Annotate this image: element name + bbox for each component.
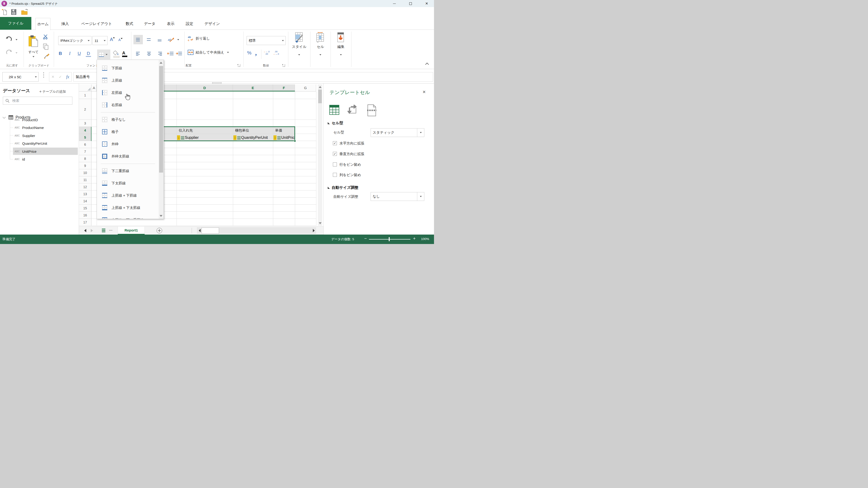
enter-formula-button[interactable]: ✓ [59,75,62,79]
orientation-button[interactable]: ab [166,35,176,44]
add-sheet-button[interactable] [157,228,162,234]
row-header-2[interactable]: 2 [79,99,91,120]
save-icon[interactable] [11,9,17,15]
menu-item-border-top[interactable]: 上罫線 [97,74,164,87]
row-header-11[interactable]: 11 [79,176,91,183]
bold-button[interactable]: B [57,51,64,56]
cells-caret[interactable] [319,54,321,55]
field-item-UnitPrice[interactable]: ABCUnitPrice [14,148,36,155]
cell-type-select[interactable]: スタティック [371,128,424,137]
paste-all-label[interactable]: すべて [26,50,41,54]
zoom-in-button[interactable]: + [413,236,415,241]
menu-item-border-outline[interactable]: 外枠 [97,138,164,150]
hscroll-right-arrow[interactable] [313,229,315,232]
new-file-icon[interactable]: * [2,8,7,16]
copy-icon[interactable] [43,43,49,50]
vertical-scrollbar[interactable] [318,84,322,226]
cell-F5[interactable]: ↓UnitPrice [274,135,295,141]
cell-type-section-header[interactable]: セル型 [328,121,343,126]
comma-style-button[interactable]: , [255,49,257,57]
next-sheet-arrow[interactable] [91,229,93,232]
dropdown-scroll-down-arrow[interactable] [160,215,162,217]
cell-F4[interactable]: 単価 [274,127,295,134]
paste-button[interactable] [28,35,39,49]
row-header-13[interactable]: 13 [79,190,91,197]
cell-D4[interactable]: 仕入れ先 [177,127,233,134]
template-table-icon[interactable] [329,105,340,116]
menu-item-border-all[interactable]: 格子 [97,126,164,138]
tab-挿入[interactable]: 挿入 [59,18,72,30]
autosize-select[interactable]: なし [371,192,424,201]
dropdown-scroll-up-arrow[interactable] [160,62,162,64]
menu-item-border-top-double-bottom[interactable]: 上罫線 + 下二重罫線 [97,214,164,219]
row-header-14[interactable]: 14 [79,197,91,205]
column-header-C[interactable] [164,84,177,91]
column-header-G[interactable]: G [295,84,316,91]
align-right-button[interactable] [155,49,164,58]
row-header-3[interactable]: 3 [79,120,91,127]
cancel-formula-button[interactable]: ✕ [52,75,55,79]
checkbox-unchecked[interactable] [333,173,337,177]
grid-splitter-gripper[interactable] [212,82,222,84]
row-header-17[interactable]: 17 [79,219,91,226]
row-header-15[interactable]: 15 [79,205,91,212]
checkbox-checked[interactable]: ✓ [333,152,337,156]
column-header-E[interactable]: E [233,84,273,91]
tab-ホーム[interactable]: ホーム [35,18,51,30]
column-header-D[interactable]: D [177,84,233,91]
field-item-QuantityPerUnit[interactable]: ABCQuantityPerUnit [14,140,47,147]
row-header-8[interactable]: 8 [79,155,91,162]
number-dialog-launcher[interactable] [282,64,285,67]
undo-button[interactable] [5,36,12,42]
cell-E4[interactable]: 梱包単位 [234,127,273,134]
row-header-10[interactable]: 10 [79,169,91,176]
column-header-F[interactable]: F [273,84,295,91]
hscroll-thumb[interactable] [202,227,219,234]
align-dialog-launcher[interactable] [238,64,240,67]
column-header-A[interactable]: A [91,84,97,91]
datasource-search-input[interactable]: 検索 [3,97,72,105]
select-all-corner[interactable] [79,84,91,91]
collapse-ribbon-chevron[interactable] [425,63,429,66]
dropdown-scroll-thumb[interactable] [159,66,163,173]
paste-dropdown-caret[interactable] [33,56,34,57]
hscroll-left-arrow[interactable] [199,229,200,232]
fill-color-icon[interactable] [113,50,120,58]
field-item-ProductID[interactable]: ABCProductID [14,116,38,123]
font-name-combobox[interactable]: IPAexゴシック [58,36,91,45]
menu-item-border-thick-outline[interactable]: 外枠太罫線 [97,150,164,162]
styles-caret[interactable] [298,54,300,55]
sheet-more-icon[interactable]: ... [109,227,113,231]
vscroll-down-arrow[interactable] [319,222,321,224]
checkbox-unchecked[interactable] [333,162,337,166]
borders-caret[interactable] [105,54,107,55]
decrease-indent-button[interactable] [166,49,176,58]
menu-item-border-thick-bottom[interactable]: 下太罫線 [97,177,164,189]
undo-dropdown-caret[interactable] [16,39,18,40]
decrease-decimal-button[interactable]: .00 →→.0 [273,51,279,55]
menu-item-border-top-bottom[interactable]: 上罫線 + 下罫線 [97,189,164,202]
chevron-down-icon[interactable] [3,116,6,119]
cells-button[interactable]: セル [311,32,330,67]
tab-ページレイアウト[interactable]: ページレイアウト [77,18,117,30]
styles-button[interactable]: スタイル [290,32,309,67]
vscroll-up-arrow[interactable] [319,86,321,88]
row-header-5[interactable]: 5 [79,134,91,141]
number-format-combobox[interactable]: 標準 [247,36,286,45]
insert-function-button[interactable]: fx [66,74,69,80]
percent-style-button[interactable]: % [247,50,251,56]
underline-button[interactable]: U [76,51,83,56]
merge-caret[interactable] [227,52,229,53]
row-header-4[interactable]: 4 [79,127,91,134]
template-slice-icon[interactable] [367,104,377,117]
menu-item-border-none[interactable]: 格子なし [97,113,164,126]
tab-表示[interactable]: 表示 [164,18,178,30]
zoom-out-button[interactable]: − [364,236,367,241]
row-header-9[interactable]: 9 [79,162,91,169]
panel-close-icon[interactable]: ✕ [423,90,426,95]
prev-sheet-arrow[interactable] [84,229,86,232]
close-button[interactable]: ✕ [421,0,432,7]
autosize-section-header[interactable]: 自動サイズ調整 [328,185,358,190]
row-header-7[interactable]: 7 [79,148,91,155]
field-item-ProductName[interactable]: ABCProductName [14,124,44,131]
